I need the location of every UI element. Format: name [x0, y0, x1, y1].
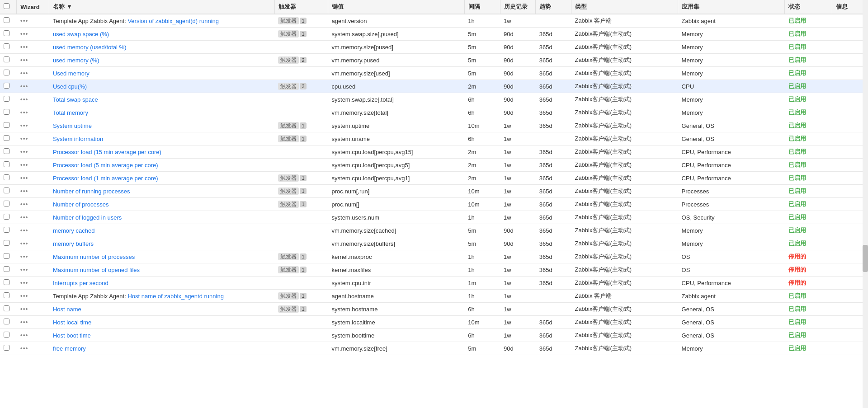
name-link[interactable]: Total swap space [53, 96, 98, 103]
status-cell[interactable]: 已启用 [785, 211, 832, 224]
name-link[interactable]: Host boot time [53, 332, 91, 339]
row-checkbox[interactable] [4, 266, 9, 272]
dots-menu-icon[interactable]: ••• [20, 70, 28, 77]
status-cell[interactable]: 已启用 [785, 54, 832, 67]
wizard-cell[interactable]: ••• [17, 224, 49, 237]
row-checkbox[interactable] [4, 148, 9, 154]
wizard-cell[interactable]: ••• [17, 132, 49, 145]
row-checkbox[interactable] [4, 30, 9, 36]
wizard-cell[interactable]: ••• [17, 290, 49, 303]
row-checkbox[interactable] [4, 174, 9, 180]
wizard-cell[interactable]: ••• [17, 303, 49, 316]
trigger-badge[interactable]: 触发器 [278, 56, 299, 64]
name-link[interactable]: Processor load (1 min average per core) [53, 175, 158, 182]
row-checkbox[interactable] [4, 135, 9, 141]
wizard-cell[interactable]: ••• [17, 211, 49, 224]
name-link[interactable]: Total memory [53, 109, 88, 116]
name-link[interactable]: Maximum number of processes [53, 253, 135, 260]
dots-menu-icon[interactable]: ••• [20, 56, 28, 64]
row-checkbox[interactable] [4, 56, 9, 62]
status-cell[interactable]: 已启用 [785, 237, 832, 250]
status-cell[interactable]: 已启用 [785, 316, 832, 329]
name-link[interactable]: System information [53, 136, 103, 142]
dots-menu-icon[interactable]: ••• [20, 122, 28, 129]
wizard-cell[interactable]: ••• [17, 80, 49, 93]
trigger-badge[interactable]: 触发器 [278, 266, 299, 273]
row-checkbox[interactable] [4, 70, 9, 75]
trigger-badge[interactable]: 触发器 [278, 253, 299, 260]
dots-menu-icon[interactable]: ••• [20, 17, 28, 24]
wizard-cell[interactable]: ••• [17, 185, 49, 198]
status-cell[interactable]: 已启用 [785, 119, 832, 132]
select-all-header[interactable] [0, 0, 17, 14]
name-link[interactable]: used swap space (%) [53, 31, 109, 38]
name-link[interactable]: used memory (used/total %) [53, 44, 127, 51]
row-checkbox[interactable] [4, 122, 9, 128]
dots-menu-icon[interactable]: ••• [20, 266, 28, 273]
wizard-cell[interactable]: ••• [17, 106, 49, 119]
status-cell[interactable]: 已启用 [785, 41, 832, 54]
dots-menu-icon[interactable]: ••• [20, 96, 28, 103]
trigger-badge[interactable]: 触发器 [278, 83, 299, 90]
scrollbar-track[interactable] [863, 0, 868, 355]
trigger-badge[interactable]: 触发器 [278, 174, 299, 182]
name-link[interactable]: Processor load (15 min average per core) [53, 149, 161, 155]
name-header[interactable]: 名称 ▼ [49, 0, 275, 14]
status-cell[interactable]: 已启用 [785, 106, 832, 119]
status-cell[interactable]: 已启用 [785, 67, 832, 80]
row-checkbox[interactable] [4, 161, 9, 167]
select-all-checkbox[interactable] [4, 3, 9, 9]
row-checkbox[interactable] [4, 43, 9, 49]
row-checkbox[interactable] [4, 17, 9, 23]
dots-menu-icon[interactable]: ••• [20, 174, 28, 182]
status-cell[interactable]: 停用的 [785, 250, 832, 263]
name-link[interactable]: Host local time [53, 319, 91, 326]
row-checkbox[interactable] [4, 305, 9, 311]
wizard-cell[interactable]: ••• [17, 54, 49, 67]
wizard-cell[interactable]: ••• [17, 41, 49, 54]
dots-menu-icon[interactable]: ••• [20, 109, 28, 116]
dots-menu-icon[interactable]: ••• [20, 83, 28, 90]
dots-menu-icon[interactable]: ••• [20, 345, 28, 352]
name-link[interactable]: Processor load (5 min average per core) [53, 162, 158, 169]
name-link[interactable]: Version of zabbix_agent(d) running [127, 18, 219, 24]
name-link[interactable]: Maximum number of opened files [53, 267, 140, 273]
wizard-cell[interactable]: ••• [17, 277, 49, 290]
row-checkbox[interactable] [4, 201, 9, 206]
row-checkbox[interactable] [4, 240, 9, 246]
status-cell[interactable]: 已启用 [785, 303, 832, 316]
scrollbar-thumb[interactable] [863, 245, 868, 272]
trigger-badge[interactable]: 触发器 [278, 122, 299, 129]
name-link[interactable]: Interrupts per second [53, 280, 108, 286]
row-checkbox[interactable] [4, 109, 9, 115]
trigger-badge[interactable]: 触发器 [278, 17, 299, 24]
trigger-badge[interactable]: 触发器 [278, 30, 299, 38]
dots-menu-icon[interactable]: ••• [20, 214, 28, 221]
status-cell[interactable]: 已启用 [785, 28, 832, 41]
status-cell[interactable]: 已启用 [785, 172, 832, 185]
status-cell[interactable]: 已启用 [785, 145, 832, 159]
dots-menu-icon[interactable]: ••• [20, 43, 28, 51]
status-cell[interactable]: 已启用 [785, 132, 832, 145]
row-checkbox[interactable] [4, 83, 9, 89]
trigger-badge[interactable]: 触发器 [278, 292, 299, 300]
name-link[interactable]: Number of running processes [53, 188, 130, 195]
wizard-cell[interactable]: ••• [17, 14, 49, 28]
trigger-badge[interactable]: 触发器 [278, 201, 299, 208]
row-checkbox[interactable] [4, 188, 9, 193]
name-link[interactable]: Used cpu(%) [53, 83, 87, 90]
wizard-cell[interactable]: ••• [17, 67, 49, 80]
dots-menu-icon[interactable]: ••• [20, 305, 28, 313]
trigger-badge[interactable]: 触发器 [278, 135, 299, 142]
row-checkbox[interactable] [4, 214, 9, 220]
wizard-cell[interactable]: ••• [17, 316, 49, 329]
wizard-cell[interactable]: ••• [17, 145, 49, 159]
name-link[interactable]: Host name of zabbix_agentd running [127, 293, 223, 300]
dots-menu-icon[interactable]: ••• [20, 148, 28, 155]
name-link[interactable]: Host name [53, 306, 81, 313]
wizard-cell[interactable]: ••• [17, 342, 49, 355]
row-checkbox[interactable] [4, 253, 9, 259]
status-cell[interactable]: 已启用 [785, 185, 832, 198]
dots-menu-icon[interactable]: ••• [20, 135, 28, 142]
status-cell[interactable]: 已启用 [785, 329, 832, 342]
